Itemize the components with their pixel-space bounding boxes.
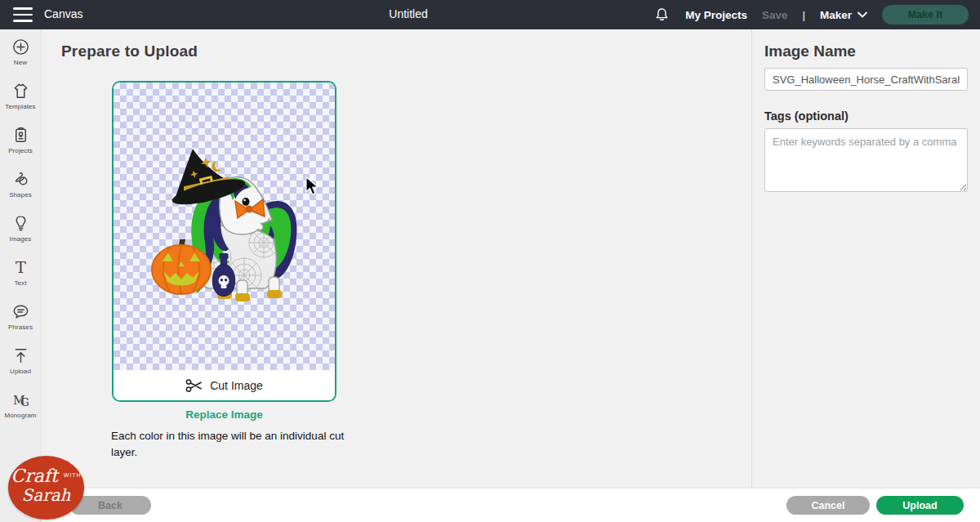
sidebar-item-text[interactable]: T Text xyxy=(0,250,41,294)
upload-button[interactable]: Upload xyxy=(876,496,964,515)
canvas-link[interactable]: Canvas xyxy=(44,7,82,20)
top-bar: Canvas Untitled My Projects Save | Maker… xyxy=(0,0,980,29)
sidebar-item-monogram[interactable]: MG Monogram xyxy=(0,382,41,426)
shapes-icon xyxy=(11,170,30,189)
machine-selector[interactable]: Maker xyxy=(820,9,867,21)
new-plus-circle-icon xyxy=(11,38,30,56)
svg-text:T: T xyxy=(16,258,26,277)
page-title: Prepare to Upload xyxy=(61,42,198,60)
make-it-button[interactable]: Make It xyxy=(882,5,969,25)
tags-label: Tags (optional) xyxy=(764,109,849,123)
tags-input[interactable] xyxy=(764,128,968,192)
replace-image-link[interactable]: Replace Image xyxy=(112,408,336,421)
left-sidebar: New Templates Projects Shapes Images T T… xyxy=(0,29,42,522)
my-projects-link[interactable]: My Projects xyxy=(685,9,747,21)
lightbulb-icon xyxy=(11,214,30,233)
cut-image-label: Cut Image xyxy=(210,379,263,392)
sidebar-item-new[interactable]: New xyxy=(0,29,41,74)
scissors-icon xyxy=(185,378,203,393)
sidebar-item-phrases[interactable]: Phrases xyxy=(0,294,41,338)
logo-with: WITH xyxy=(64,472,82,478)
document-title[interactable]: Untitled xyxy=(327,7,490,20)
sidebar-item-shapes[interactable]: Shapes xyxy=(0,162,41,206)
logo-craft: Craft xyxy=(11,466,57,486)
text-t-icon: T xyxy=(11,258,30,277)
transparency-checkerboard[interactable] xyxy=(114,83,335,372)
machine-name: Maker xyxy=(820,9,852,21)
cut-layer-description: Each color in this image will be an indi… xyxy=(111,428,350,460)
clipboard-icon xyxy=(11,126,30,145)
speech-bubble-icon xyxy=(11,302,30,321)
hamburger-menu-icon[interactable] xyxy=(13,7,33,22)
image-name-heading: Image Name xyxy=(764,42,856,60)
topbar-actions: My Projects Save | Maker Make It xyxy=(653,0,969,29)
notifications-bell-icon[interactable] xyxy=(653,7,670,24)
bottom-action-bar: Back Cancel Upload xyxy=(42,488,980,522)
upload-preview-card: Cut Image xyxy=(112,81,336,402)
craft-with-sarah-logo: Craft WITH Sarah xyxy=(8,456,84,520)
sidebar-item-images[interactable]: Images xyxy=(0,206,41,250)
halloween-horse-image xyxy=(145,143,300,308)
cancel-button[interactable]: Cancel xyxy=(786,496,870,515)
logo-sarah: Sarah xyxy=(8,487,84,503)
cricut-design-space-app: Canvas Untitled My Projects Save | Maker… xyxy=(0,0,980,522)
upload-arrow-icon xyxy=(11,346,30,365)
tshirt-icon xyxy=(11,82,30,100)
topbar-separator: | xyxy=(802,9,805,21)
image-name-input[interactable] xyxy=(764,68,968,91)
chevron-down-icon xyxy=(858,11,867,18)
panel-divider xyxy=(751,29,752,488)
cut-image-row[interactable]: Cut Image xyxy=(114,370,335,400)
monogram-icon: MG xyxy=(11,390,30,409)
save-button[interactable]: Save xyxy=(762,9,788,21)
sidebar-item-projects[interactable]: Projects xyxy=(0,118,41,162)
svg-text:G: G xyxy=(20,395,29,408)
sidebar-item-templates[interactable]: Templates xyxy=(0,74,41,118)
sidebar-item-upload[interactable]: Upload xyxy=(0,338,41,382)
mouse-cursor xyxy=(305,176,319,196)
